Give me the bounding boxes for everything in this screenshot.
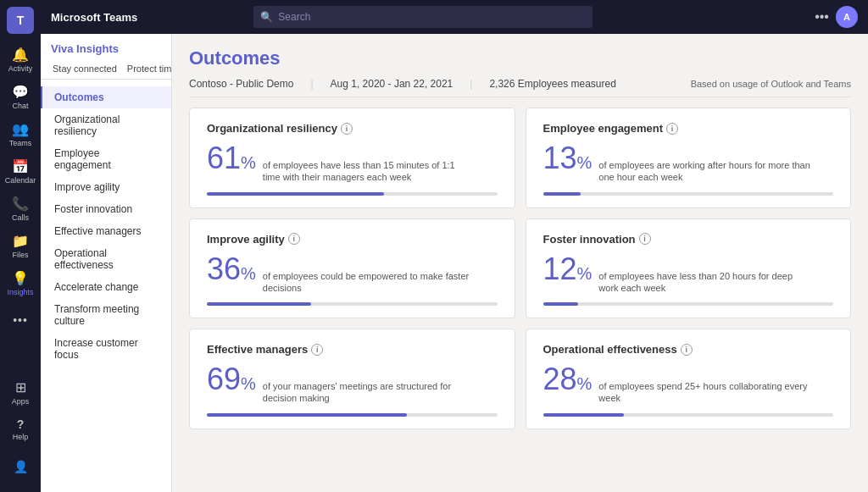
chat-icon: 💬 [12, 84, 29, 100]
tab-stay-connected[interactable]: Stay connected [47, 60, 122, 79]
search-icon: 🔍 [260, 11, 273, 23]
nav-teams[interactable]: 👥 Teams [3, 117, 37, 151]
card-desc-foster-innovation: of employees have less than 20 hours for… [598, 270, 810, 295]
sidebar-tabs: Stay connected Protect time My organizat… [41, 60, 171, 80]
user-icon: 👤 [14, 460, 28, 473]
files-label: Files [12, 251, 28, 259]
meta-date-range: Aug 1, 2020 - Jan 22, 2021 [331, 78, 453, 90]
chat-label: Chat [12, 102, 28, 110]
sidebar-item-outcomes[interactable]: Outcomes [41, 86, 171, 108]
nav-help[interactable]: ? Help [3, 412, 37, 446]
nav-files[interactable]: 📁 Files [3, 229, 37, 263]
card-stat-improve-agility: 36% of employees could be empowered to m… [207, 254, 498, 295]
card-title-foster-innovation: Foster innovation i [543, 233, 834, 246]
progress-bar-improve-agility [207, 302, 498, 306]
sidebar-item-foster-innovation[interactable]: Foster innovation [41, 198, 171, 220]
nav-rail: T 🔔 Activity 💬 Chat 👥 Teams 📅 Calendar 📞… [0, 0, 41, 492]
info-icon-org-resiliency[interactable]: i [341, 123, 353, 135]
app-title: Microsoft Teams [51, 11, 137, 24]
nav-activity[interactable]: 🔔 Activity [3, 42, 37, 76]
apps-icon: ⊞ [15, 379, 26, 395]
activity-label: Activity [8, 64, 33, 73]
sidebar-item-accelerate-change[interactable]: Accelerate change [41, 276, 171, 298]
activity-icon: 🔔 [12, 47, 29, 63]
top-bar: Microsoft Teams 🔍 ••• A [41, 0, 868, 34]
card-operational-effectiveness: Operational effectiveness i 28% of emplo… [526, 329, 852, 429]
info-icon-operational-effectiveness[interactable]: i [681, 344, 693, 356]
teams-icon: 👥 [12, 121, 29, 137]
teams-label: Teams [9, 139, 32, 147]
card-effective-managers: Effective managers i 69% of your manager… [189, 329, 515, 429]
nav-more[interactable]: ••• [3, 303, 37, 337]
top-bar-right: ••• A [815, 6, 858, 28]
user-avatar[interactable]: A [836, 6, 858, 28]
card-foster-innovation: Foster innovation i 12% of employees hav… [526, 218, 852, 319]
calendar-icon: 📅 [12, 158, 29, 174]
page-title: Outcomes [189, 47, 851, 69]
info-icon-effective-managers[interactable]: i [311, 344, 323, 356]
sidebar-item-improve-agility[interactable]: Improve agility [41, 176, 171, 198]
nav-insights[interactable]: 💡 Insights [3, 266, 37, 300]
card-desc-employee-engagement: of employees are working after hours for… [598, 159, 810, 184]
card-stat-operational-effectiveness: 28% of employees spend 25+ hours collabo… [543, 364, 834, 405]
sidebar: Viva Insights Stay connected Protect tim… [41, 34, 172, 492]
sidebar-item-operational-effectiveness[interactable]: Operational effectiveness [41, 242, 171, 276]
card-desc-operational-effectiveness: of employees spend 25+ hours collaborati… [598, 380, 810, 405]
progress-bar-operational-effectiveness [543, 413, 834, 417]
card-percent-org-resiliency: 61% [207, 143, 256, 174]
meta-company: Contoso - Public Demo [189, 78, 293, 90]
info-icon-employee-engagement[interactable]: i [666, 123, 678, 135]
sidebar-item-effective-managers[interactable]: Effective managers [41, 220, 171, 242]
progress-fill-org-resiliency [207, 192, 384, 196]
apps-label: Apps [12, 397, 30, 406]
meta-employees: 2,326 Employees measured [489, 78, 615, 90]
card-percent-employee-engagement: 13% [543, 143, 593, 174]
search-box[interactable]: 🔍 [253, 6, 593, 28]
progress-fill-employee-engagement [543, 192, 581, 196]
nav-chat[interactable]: 💬 Chat [3, 80, 37, 113]
help-icon: ? [17, 417, 25, 431]
progress-bar-effective-managers [207, 413, 498, 417]
teams-logo: T [7, 7, 34, 34]
card-stat-foster-innovation: 12% of employees have less than 20 hours… [543, 254, 834, 295]
card-desc-improve-agility: of employees could be empowered to make … [263, 270, 475, 295]
card-title-effective-managers: Effective managers i [207, 343, 498, 356]
progress-bar-employee-engagement [543, 192, 834, 196]
sidebar-item-transform-meeting[interactable]: Transform meeting culture [41, 298, 171, 332]
progress-fill-foster-innovation [543, 302, 578, 306]
info-icon-foster-innovation[interactable]: i [639, 233, 651, 245]
search-input[interactable] [278, 11, 586, 23]
nav-calls[interactable]: 📞 Calls [3, 191, 37, 225]
progress-fill-operational-effectiveness [543, 413, 625, 417]
info-icon-improve-agility[interactable]: i [288, 233, 300, 245]
progress-bar-org-resiliency [207, 192, 498, 196]
card-title-operational-effectiveness: Operational effectiveness i [543, 343, 834, 356]
sidebar-title: Viva Insights [51, 42, 119, 55]
sidebar-item-org-resiliency[interactable]: Organizational resiliency [41, 108, 171, 142]
sidebar-item-employee-engagement[interactable]: Employee engagement [41, 142, 171, 176]
cards-grid: Organizational resiliency i 61% of emplo… [189, 108, 851, 429]
nav-apps[interactable]: ⊞ Apps [3, 375, 37, 409]
insights-icon: 💡 [12, 270, 29, 286]
main-content: Outcomes Contoso - Public Demo | Aug 1, … [172, 34, 868, 492]
tab-protect-time[interactable]: Protect time [122, 60, 172, 79]
card-stat-org-resiliency: 61% of employees have less than 15 minut… [207, 143, 498, 184]
calls-icon: 📞 [12, 196, 29, 212]
card-desc-effective-managers: of your managers' meetings are structure… [263, 380, 475, 405]
content-wrapper: Viva Insights Stay connected Protect tim… [41, 34, 868, 492]
card-title-improve-agility: Improve agility i [207, 233, 498, 246]
card-title-employee-engagement: Employee engagement i [543, 122, 834, 135]
insights-label: Insights [7, 288, 33, 296]
calendar-label: Calendar [5, 176, 36, 185]
card-percent-improve-agility: 36% [207, 254, 256, 285]
card-desc-org-resiliency: of employees have less than 15 minutes o… [263, 159, 475, 184]
nav-user[interactable]: 👤 [3, 450, 37, 484]
progress-fill-effective-managers [207, 413, 407, 417]
card-improve-agility: Improve agility i 36% of employees could… [189, 218, 515, 319]
ellipsis-icon[interactable]: ••• [815, 9, 829, 25]
sidebar-item-increase-customer[interactable]: Increase customer focus [41, 332, 171, 366]
card-percent-foster-innovation: 12% [543, 254, 593, 285]
nav-calendar[interactable]: 📅 Calendar [3, 154, 37, 188]
card-org-resiliency: Organizational resiliency i 61% of emplo… [189, 108, 515, 208]
sidebar-header: Viva Insights [41, 34, 171, 60]
